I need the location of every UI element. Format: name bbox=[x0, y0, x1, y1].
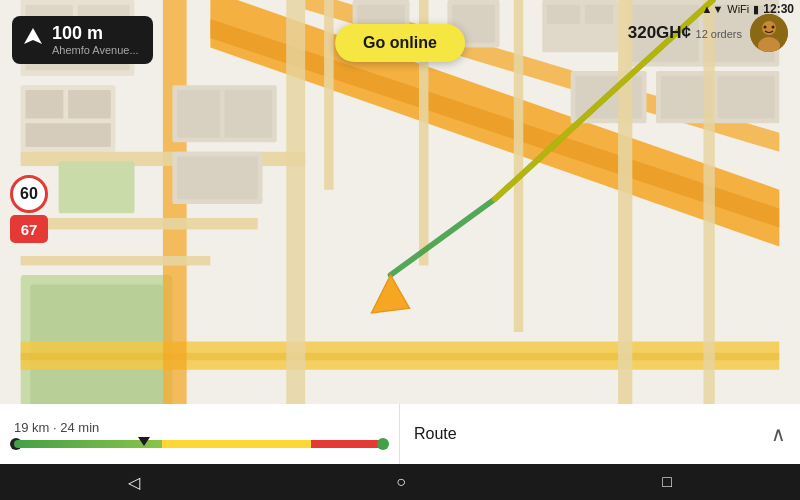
earnings-amount: 320GH¢ bbox=[628, 23, 691, 42]
time-display: 12:30 bbox=[763, 2, 794, 16]
go-online-button[interactable]: Go online bbox=[335, 24, 465, 62]
svg-rect-7 bbox=[68, 90, 111, 118]
svg-rect-24 bbox=[177, 156, 258, 199]
progress-red bbox=[311, 440, 385, 448]
earnings-info: 320GH¢ 12 orders bbox=[628, 23, 742, 43]
svg-rect-22 bbox=[225, 90, 272, 137]
svg-rect-6 bbox=[25, 90, 63, 118]
route-info: 19 km · 24 min bbox=[0, 404, 400, 464]
nav-distance: 100 m bbox=[52, 24, 139, 44]
bottom-bar: 19 km · 24 min Route ∧ bbox=[0, 404, 800, 464]
speed-indicator: 60 67 bbox=[10, 175, 48, 243]
status-bar: ▲▼ WiFi ▮ 12:30 bbox=[696, 0, 800, 18]
svg-rect-36 bbox=[59, 161, 135, 213]
nav-direction-arrow bbox=[22, 26, 44, 53]
app: ▲▼ WiFi ▮ 12:30 100 m Ahemfo Avenue... G… bbox=[0, 0, 800, 500]
route-label: Route bbox=[414, 425, 457, 443]
nav-text-group: 100 m Ahemfo Avenue... bbox=[52, 24, 139, 56]
speed-limit: 60 bbox=[10, 175, 48, 213]
route-distance-time: 19 km · 24 min bbox=[14, 420, 385, 435]
avatar[interactable] bbox=[750, 14, 788, 52]
earnings-box: 320GH¢ 12 orders bbox=[628, 14, 788, 52]
svg-rect-32 bbox=[718, 76, 775, 119]
nav-instruction: 100 m Ahemfo Avenue... bbox=[12, 16, 153, 64]
svg-rect-8 bbox=[25, 123, 110, 147]
svg-rect-19 bbox=[585, 5, 613, 24]
signal-icon: ▲▼ bbox=[702, 3, 724, 15]
svg-rect-21 bbox=[177, 90, 220, 137]
progress-bar bbox=[14, 440, 385, 448]
wifi-icon: WiFi bbox=[727, 3, 749, 15]
collapse-button[interactable]: ∧ bbox=[771, 424, 786, 444]
earnings-orders: 12 orders bbox=[696, 28, 742, 40]
recent-button[interactable]: □ bbox=[642, 469, 692, 495]
svg-rect-12 bbox=[286, 0, 305, 440]
svg-point-42 bbox=[772, 26, 775, 29]
svg-rect-33 bbox=[618, 0, 632, 440]
progress-arrow-marker bbox=[138, 437, 150, 446]
battery-icon: ▮ bbox=[753, 3, 759, 16]
svg-marker-37 bbox=[24, 28, 42, 44]
progress-yellow bbox=[162, 440, 310, 448]
back-button[interactable]: ◁ bbox=[108, 469, 160, 496]
svg-point-41 bbox=[764, 26, 767, 29]
map bbox=[0, 0, 800, 440]
android-nav-bar: ◁ ○ □ bbox=[0, 464, 800, 500]
home-button[interactable]: ○ bbox=[376, 469, 426, 495]
speed-current: 67 bbox=[10, 215, 48, 243]
svg-rect-18 bbox=[547, 5, 580, 24]
progress-end-dot bbox=[377, 438, 389, 450]
route-button-area: Route ∧ bbox=[400, 404, 800, 464]
nav-street: Ahemfo Avenue... bbox=[52, 44, 139, 56]
svg-rect-34 bbox=[703, 0, 714, 440]
